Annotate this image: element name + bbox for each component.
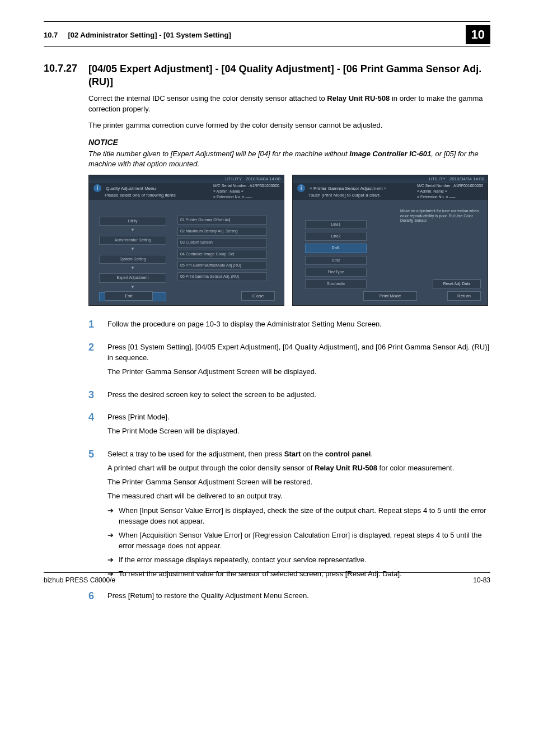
s5b-post: for color measurement. bbox=[377, 464, 454, 472]
screen-line1[interactable]: Line1 bbox=[305, 220, 367, 229]
chevron-down-icon: ▼ bbox=[99, 265, 166, 272]
menu-item-02[interactable]: 02 Maximum Density Adj. Setting bbox=[177, 227, 267, 236]
screen-dot1[interactable]: Dot1 bbox=[305, 244, 367, 253]
step-2-result: The Printer Gamma Sensor Adjustment Scre… bbox=[107, 367, 490, 377]
notice-label: NOTICE bbox=[88, 137, 488, 148]
shotB-meta: M/C Serial Number : A1RF001000000 » Admi… bbox=[417, 183, 483, 200]
shotA-info-t1: Quality Adjustment Menu bbox=[106, 186, 156, 191]
s5a-pre: Select a tray to be used for the adjustm… bbox=[107, 450, 284, 458]
step-5: 5 Select a tray to be used for the adjus… bbox=[88, 449, 490, 582]
menu-item-01[interactable]: 01 Printer Gamma Offset Adj. bbox=[177, 216, 267, 225]
shotA-time: 2010/04/04 14:00 bbox=[246, 176, 280, 183]
step-number: 6 bbox=[88, 591, 107, 606]
print-mode-button[interactable]: Print Mode bbox=[363, 291, 417, 301]
bullet-3-text: If the error message displays repeatedly… bbox=[119, 555, 490, 566]
header-rule-bottom bbox=[44, 46, 490, 47]
chevron-down-icon: ▼ bbox=[99, 284, 166, 291]
step-1: 1 Follow the procedure on page 10-3 to d… bbox=[88, 319, 490, 334]
arrow-icon: ➔ bbox=[107, 555, 119, 566]
screen-stochastic[interactable]: Stochastic bbox=[305, 279, 367, 288]
header-section-title: [02 Administrator Setting] - [01 System … bbox=[68, 31, 231, 39]
shotA-info-t2: Please select one of following items bbox=[105, 193, 176, 198]
step-5-text: Select a tray to be used for the adjustm… bbox=[107, 449, 490, 460]
running-header: 10.7 [02 Administrator Setting] - [01 Sy… bbox=[44, 25, 490, 46]
section-heading: 10.7.27 [04/05 Expert Adjustment] - [04 … bbox=[44, 63, 490, 88]
shotA-serial: M/C Serial Number : A1RF001000000 bbox=[213, 183, 279, 189]
step-5c: The Printer Gamma Sensor Adjustment Scre… bbox=[107, 477, 490, 488]
shotB-titlebar: i « Printer Gamma Sensor Adjustment » To… bbox=[293, 183, 488, 200]
bullet-2-text: When [Acquisition Sensor Value Error] or… bbox=[119, 530, 490, 552]
screen-finetype[interactable]: FineType bbox=[305, 268, 367, 277]
screenshot-right: UTILITY 2010/04/04 14:00 i « Printer Gam… bbox=[292, 175, 488, 306]
crumb-system[interactable]: System Setting bbox=[99, 255, 166, 264]
arrow-icon: ➔ bbox=[107, 506, 119, 527]
step-3: 3 Press the desired screen key to select… bbox=[88, 390, 490, 405]
step-number: 4 bbox=[88, 412, 107, 441]
menu-item-06[interactable]: 06 Print Gamma Sensor Adj. (RU) bbox=[177, 272, 267, 281]
shotB-ext: » Extension No. « ----- bbox=[417, 194, 483, 200]
shotB-serial: M/C Serial Number : A1RF001000000 bbox=[417, 183, 483, 189]
notice-t1: The title number given to [Expert Adjust… bbox=[88, 150, 349, 158]
menu-item-05[interactable]: 05 Prn.GammaOffsetAuto Adj.(RU) bbox=[177, 261, 267, 270]
shotA-admin: » Admin. Name « bbox=[213, 189, 279, 194]
chapter-number-badge: 10 bbox=[466, 25, 490, 44]
shotB-admin: » Admin. Name « bbox=[417, 189, 483, 194]
s5a-post: . bbox=[371, 450, 373, 458]
chevron-down-icon: ▼ bbox=[99, 246, 166, 253]
bullet-1-text: When [Input Sensor Value Error] is displ… bbox=[119, 506, 490, 527]
section-number: 10.7.27 bbox=[44, 63, 88, 74]
shotA-workarea: Utility ▼ Administrator Setting ▼ System… bbox=[89, 200, 284, 305]
exit-button[interactable]: Exit bbox=[105, 291, 153, 301]
s5b-b: Relay Unit RU-508 bbox=[315, 464, 377, 472]
menu-item-04[interactable]: 04 Controller Image Comp. Set. bbox=[177, 250, 267, 259]
step-3-text: Press the desired screen key to select t… bbox=[107, 390, 490, 400]
screenshot-row: UTILITY 2010/04/04 14:00 i Quality Adjus… bbox=[88, 175, 488, 306]
s5a-b2: control panel bbox=[325, 450, 371, 458]
shotA-ext: » Extension No. « ----- bbox=[213, 194, 279, 200]
step-4-text: Press [Print Mode]. bbox=[107, 412, 490, 423]
menu-item-03[interactable]: 03 Custom Screen bbox=[177, 238, 267, 247]
shotA-menu-col: 01 Printer Gamma Offset Adj. 02 Maximum … bbox=[177, 216, 267, 283]
bullet-2: ➔When [Acquisition Sensor Value Error] o… bbox=[107, 530, 490, 552]
step-4: 4 Press [Print Mode]. The Print Mode Scr… bbox=[88, 412, 490, 441]
info-icon: i bbox=[297, 184, 305, 192]
shotB-info: i « Printer Gamma Sensor Adjustment » To… bbox=[297, 184, 386, 199]
shotB-topbar-label: UTILITY bbox=[429, 176, 446, 183]
arrow-icon: ➔ bbox=[107, 530, 119, 552]
footer-left: bizhub PRESS C8000/e bbox=[44, 576, 115, 584]
shotA-meta: M/C Serial Number : A1RF001000000 » Admi… bbox=[213, 183, 279, 200]
header-breadcrumb: 10.7 [02 Administrator Setting] - [01 Sy… bbox=[44, 31, 231, 39]
crumb-admin[interactable]: Administrator Setting bbox=[99, 236, 166, 245]
footer-right: 10-83 bbox=[473, 576, 490, 584]
step-5b: A printed chart will be output through t… bbox=[107, 463, 490, 474]
close-button[interactable]: Close bbox=[241, 291, 275, 301]
s5b-pre: A printed chart will be output through t… bbox=[107, 464, 315, 472]
shotA-topbar: UTILITY 2010/04/04 14:00 bbox=[89, 175, 284, 183]
crumb-utility[interactable]: Utility bbox=[99, 217, 166, 226]
shotA-titlebar: i Quality Adjustment Menu Please select … bbox=[89, 183, 284, 200]
page: 10.7 [02 Administrator Setting] - [01 Sy… bbox=[0, 0, 534, 605]
intro-p1: Correct the internal IDC sensor using th… bbox=[88, 94, 488, 115]
s5a-b1: Start bbox=[284, 450, 301, 458]
step-number: 3 bbox=[88, 390, 107, 405]
screen-dot2[interactable]: Dot2 bbox=[305, 256, 367, 265]
step-number: 5 bbox=[88, 449, 107, 582]
reset-adj-data-button[interactable]: Reset Adj. Data bbox=[433, 279, 481, 288]
intro-p2: The printer gamma correction curve forme… bbox=[88, 120, 488, 131]
shotB-workarea: Make an adjustment for tone correction w… bbox=[293, 200, 488, 305]
shotB-time: 2010/04/04 14:00 bbox=[449, 176, 484, 183]
info-icon: i bbox=[93, 184, 101, 192]
shotA-topbar-label: UTILITY bbox=[225, 176, 242, 183]
shotB-hint: Make an adjustment for tone correction w… bbox=[400, 209, 480, 223]
intro-p1b: Relay Unit RU-508 bbox=[327, 94, 390, 102]
shotB-info-t1: « Printer Gamma Sensor Adjustment » bbox=[310, 186, 386, 191]
s5a-mid: on the bbox=[301, 450, 325, 458]
screenshot-left: UTILITY 2010/04/04 14:00 i Quality Adjus… bbox=[88, 175, 284, 306]
return-button[interactable]: Return bbox=[447, 291, 481, 301]
crumb-expert[interactable]: Expert Adjustment bbox=[99, 273, 166, 282]
header-section-no: 10.7 bbox=[44, 31, 58, 39]
step-number: 1 bbox=[88, 319, 107, 334]
screen-line2[interactable]: Line2 bbox=[305, 232, 367, 241]
step-4-result: The Print Mode Screen will be displayed. bbox=[107, 426, 490, 437]
step-2: 2 Press [01 System Setting], [04/05 Expe… bbox=[88, 342, 490, 382]
